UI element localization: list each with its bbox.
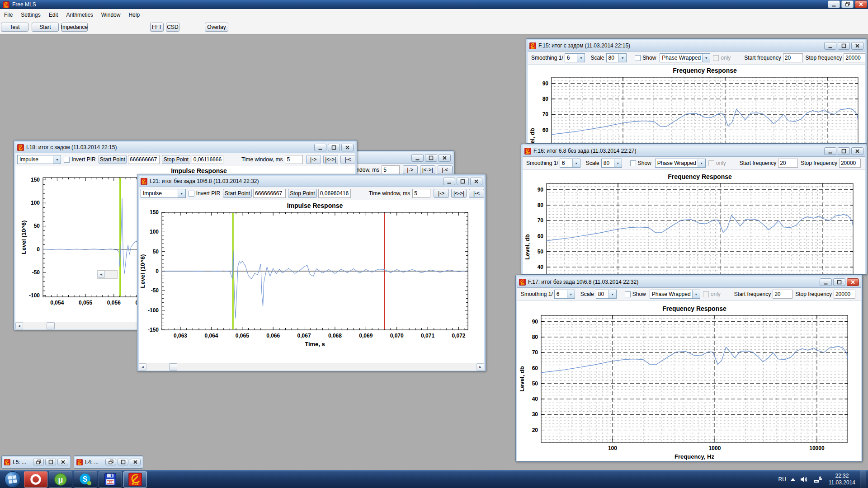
window-buttons[interactable] (410, 154, 451, 162)
overlay-button[interactable]: Overlay (205, 23, 228, 32)
restore-button[interactable] (841, 0, 854, 8)
maximize-button[interactable] (45, 459, 56, 465)
menu-settings[interactable]: Settings (17, 9, 44, 20)
scale-select[interactable]: 80▼ (596, 290, 617, 299)
window-buttons[interactable] (823, 147, 863, 155)
close-button[interactable] (847, 278, 859, 286)
stop-point-field[interactable]: 0,06116666 (192, 155, 223, 164)
time-window-field[interactable]: 5 (412, 189, 430, 198)
minimize-button[interactable] (443, 178, 455, 185)
window-buttons[interactable] (32, 459, 68, 465)
fit-view-button[interactable]: |<->| (420, 165, 435, 174)
show-hidden-icons-button[interactable] (791, 478, 795, 481)
close-button[interactable] (439, 154, 451, 162)
scroll-left-button[interactable]: ◄ (15, 322, 23, 329)
close-button[interactable] (470, 178, 482, 185)
time-window-field[interactable]: 5 (285, 155, 302, 164)
stop-point-field[interactable]: 0,06960416 (318, 189, 351, 198)
maximize-button[interactable] (457, 178, 469, 185)
maximize-button[interactable] (118, 459, 128, 465)
menu-edit[interactable]: Edit (45, 9, 62, 20)
start-frequency-field[interactable]: 20 (778, 159, 798, 168)
close-button[interactable] (851, 42, 863, 50)
goto-end-button[interactable]: |-> (434, 189, 449, 198)
close-button[interactable] (855, 0, 867, 8)
start-point-button[interactable]: Start Point (99, 155, 127, 164)
menu-arithmetics[interactable]: Arithmetics (62, 9, 97, 20)
smoothing-select[interactable]: 6▼ (560, 159, 580, 168)
time-window-field[interactable]: 5 (382, 165, 399, 174)
volume-icon[interactable] (800, 476, 809, 483)
menu-help[interactable]: Help (124, 9, 144, 20)
language-indicator[interactable]: RU (778, 476, 786, 483)
goto-start-button[interactable]: |-< (469, 189, 484, 198)
window-buttons[interactable] (104, 459, 141, 465)
impulse-response-chart[interactable]: -150-100-500501001500,0630,0640,0650,066… (139, 200, 484, 363)
minimize-button[interactable] (820, 278, 832, 286)
fit-view-button[interactable]: |<->| (323, 155, 338, 164)
titlebar[interactable]: MLS I.4: ... (75, 457, 142, 467)
scale-select[interactable]: 80▼ (601, 159, 622, 168)
clock[interactable]: 22:32 11.03.2014 (829, 473, 855, 486)
csd-button[interactable]: CSD (166, 23, 179, 32)
titlebar[interactable]: MLS I.21: итог без зада 10\6.8 (11.03.20… (139, 176, 484, 187)
titlebar[interactable]: MLS I.5: ... (3, 457, 70, 467)
only-checkbox[interactable]: only (713, 55, 731, 61)
maximize-button[interactable] (328, 144, 340, 151)
window-buttons[interactable] (823, 42, 863, 50)
scroll-right-button[interactable]: ► (476, 363, 484, 371)
stop-frequency-field[interactable]: 20000 (839, 159, 861, 168)
main-window-buttons[interactable] (826, 0, 867, 8)
taskbar-utorrent-button[interactable]: µ (49, 471, 72, 488)
smoothing-select[interactable]: 6▼ (554, 290, 575, 299)
show-desktop-button[interactable] (860, 470, 866, 488)
source-select[interactable]: Impulse▼ (17, 155, 61, 164)
scrollbar-thumb[interactable] (169, 363, 177, 371)
window-buttons[interactable] (818, 278, 859, 286)
titlebar[interactable]: MLS F.15: итог с задом (11.03.2014 22:15… (528, 40, 865, 52)
window-buttons[interactable] (313, 144, 354, 151)
stop-frequency-field[interactable]: 20000 (834, 290, 855, 299)
menu-file[interactable]: File (0, 9, 17, 20)
start-point-field[interactable]: 666666667 (253, 189, 286, 198)
goto-end-button[interactable]: |-> (306, 155, 321, 164)
start-frequency-field[interactable]: 20 (773, 290, 793, 299)
taskbar-free-mls-button[interactable]: MLS (123, 471, 147, 488)
scrollbar-thumb[interactable] (47, 322, 55, 329)
only-checkbox[interactable]: only (703, 291, 721, 297)
close-button[interactable] (851, 147, 863, 155)
restore-button[interactable] (105, 459, 116, 465)
minimize-button[interactable] (314, 144, 326, 151)
start-button-orb[interactable] (3, 471, 23, 488)
titlebar[interactable]: MLS I.18: итог с задом (11.03.2014 22:15… (15, 142, 355, 153)
taskbar-save-button[interactable]: -64- (99, 471, 122, 488)
goto-start-button[interactable]: |-< (438, 165, 453, 174)
window-buttons[interactable] (442, 178, 482, 185)
goto-start-button[interactable]: |-< (340, 155, 355, 164)
fit-view-button[interactable]: |<->| (451, 189, 467, 198)
stop-point-button[interactable]: Stop Point (288, 189, 317, 198)
only-checkbox[interactable]: only (708, 160, 726, 166)
maximize-button[interactable] (425, 154, 437, 162)
impedance-button[interactable]: Impedance (61, 23, 88, 32)
maximize-button[interactable] (838, 147, 850, 155)
start-point-field[interactable]: 666666667 (128, 155, 160, 164)
taskbar-skype-button[interactable]: S (74, 471, 97, 488)
minimize-button[interactable] (824, 42, 836, 50)
minimize-button[interactable] (824, 147, 836, 155)
close-button[interactable] (341, 144, 354, 151)
show-checkbox[interactable]: Show (635, 55, 656, 61)
show-checkbox[interactable]: Show (630, 160, 651, 166)
stop-frequency-field[interactable]: 20000 (844, 53, 865, 62)
close-button[interactable] (130, 459, 141, 465)
taskbar-opera-button[interactable] (24, 471, 47, 488)
goto-end-button[interactable]: |-> (403, 165, 418, 174)
invert-pir-checkbox[interactable]: Invert PIR (64, 156, 95, 163)
stop-point-button[interactable]: Stop Point (162, 155, 190, 164)
scale-select[interactable]: 80▼ (606, 53, 627, 62)
maximize-button[interactable] (833, 278, 845, 286)
scroll-left-button[interactable]: ◄ (139, 363, 146, 371)
test-button[interactable]: Test (1, 23, 28, 32)
titlebar[interactable]: MLS F.16: итог 6.8 без зада (11.03.2014 … (523, 145, 865, 157)
minimize-button[interactable] (828, 0, 840, 8)
